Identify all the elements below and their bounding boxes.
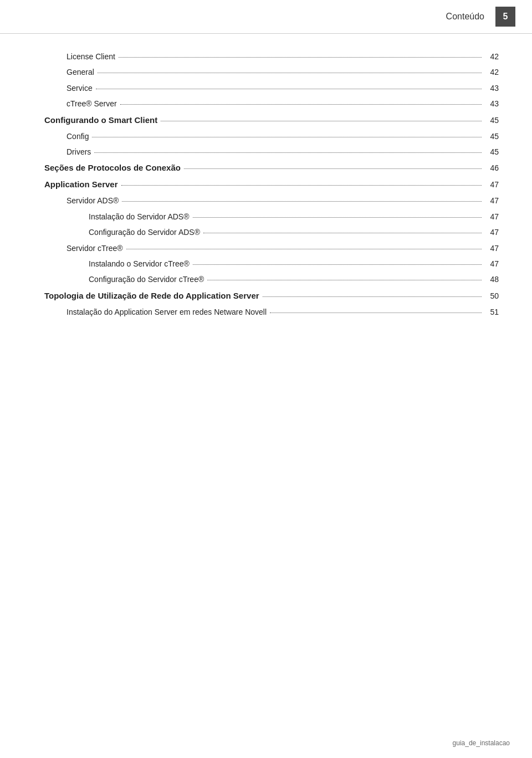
entry-label-license-client: License Client [66, 50, 115, 63]
entry-page-drivers: 45 [485, 146, 499, 158]
entry-page-instalando-servidor-ctree: 47 [485, 258, 499, 270]
entry-page-configurando-smart-client: 45 [485, 114, 499, 126]
page-footer: guia_de_instalacao [453, 739, 510, 747]
toc-entry-service: Service43 [44, 82, 499, 94]
toc-entry-servidor-ctree: Servidor cTree®47 [44, 242, 499, 254]
toc-entry-servidor-ads: Servidor ADS®47 [44, 194, 499, 207]
entry-page-configuracao-servidor-ads: 47 [485, 226, 499, 238]
entry-page-application-server: 47 [485, 178, 499, 191]
entry-dots-instalacao-servidor-ads [193, 217, 482, 218]
entry-page-configuracao-servidor-ctree: 48 [485, 273, 499, 285]
entry-page-license-client: 42 [485, 50, 499, 63]
toc-entry-license-client: License Client42 [44, 50, 499, 63]
entry-label-instalacao-servidor-ads: Instalação do Servidor ADS® [89, 211, 190, 223]
entry-dots-license-client [119, 57, 482, 58]
toc-entry-configurando-smart-client: Configurando o Smart Client45 [44, 114, 499, 127]
toc-entry-general: General42 [44, 66, 499, 78]
entry-dots-general [98, 73, 482, 73]
toc-entry-configuracao-servidor-ads: Configuração do Servidor ADS®47 [44, 226, 499, 238]
entry-dots-drivers [94, 152, 482, 153]
entry-page-instalacao-app-server-novell: 51 [485, 306, 499, 318]
entry-page-secoes-protocolos: 46 [485, 162, 499, 174]
entry-dots-servidor-ads [122, 201, 482, 202]
entry-label-servidor-ctree: Servidor cTree® [66, 242, 123, 254]
entry-page-general: 42 [485, 66, 499, 78]
footer-label: guia_de_instalacao [453, 739, 510, 747]
entry-page-config: 45 [485, 130, 499, 142]
entry-page-service: 43 [485, 82, 499, 94]
entry-label-drivers: Drivers [66, 146, 91, 158]
entry-label-topologia-utilizacao: Topologia de Utilização de Rede do Appli… [44, 289, 259, 303]
entry-dots-application-server [121, 185, 482, 186]
toc-entry-drivers: Drivers45 [44, 146, 499, 158]
header-title: Conteúdo [446, 12, 484, 22]
toc-entry-instalacao-servidor-ads: Instalação do Servidor ADS®47 [44, 211, 499, 223]
entry-label-config: Config [66, 130, 89, 142]
page-number-box: 5 [495, 7, 515, 27]
entry-label-application-server: Application Server [44, 178, 118, 191]
entry-dots-configurando-smart-client [161, 121, 482, 121]
toc-entry-application-server: Application Server47 [44, 178, 499, 191]
entry-label-servidor-ads: Servidor ADS® [66, 194, 119, 207]
entry-label-general: General [66, 66, 94, 78]
entry-label-service: Service [66, 82, 93, 94]
page-header: Conteúdo 5 [0, 0, 532, 34]
entry-page-ctree-server: 43 [485, 98, 499, 110]
toc-entry-config: Config45 [44, 130, 499, 142]
toc-entry-ctree-server: cTree® Server43 [44, 98, 499, 110]
toc-entry-configuracao-servidor-ctree: Configuração do Servidor cTree®48 [44, 273, 499, 285]
toc-entry-topologia-utilizacao: Topologia de Utilização de Rede do Appli… [44, 289, 499, 303]
entry-dots-instalacao-app-server-novell [270, 313, 482, 313]
entry-dots-ctree-server [120, 104, 482, 105]
entry-dots-configuracao-servidor-ctree [207, 280, 482, 280]
entry-dots-service [96, 89, 482, 89]
entry-dots-servidor-ctree [126, 249, 482, 249]
entry-label-secoes-protocolos: Seções de Protocolos de Conexão [44, 161, 181, 175]
toc-entry-instalando-servidor-ctree: Instalando o Servidor cTree®47 [44, 258, 499, 270]
toc-entry-instalacao-app-server-novell: Instalação do Application Server em rede… [44, 306, 499, 318]
entry-label-ctree-server: cTree® Server [66, 98, 117, 110]
entry-page-servidor-ads: 47 [485, 194, 499, 207]
entry-label-instalacao-app-server-novell: Instalação do Application Server em rede… [66, 306, 267, 318]
entry-label-configurando-smart-client: Configurando o Smart Client [44, 114, 157, 127]
toc-entry-secoes-protocolos: Seções de Protocolos de Conexão46 [44, 161, 499, 175]
entry-label-instalando-servidor-ctree: Instalando o Servidor cTree® [89, 258, 190, 270]
entry-dots-configuracao-servidor-ads [203, 233, 482, 233]
toc-container: License Client42General42Service43cTree®… [0, 34, 532, 338]
entry-dots-config [92, 137, 482, 137]
entry-label-configuracao-servidor-ctree: Configuração do Servidor cTree® [89, 273, 204, 285]
entry-label-configuracao-servidor-ads: Configuração do Servidor ADS® [89, 226, 200, 238]
entry-page-instalacao-servidor-ads: 47 [485, 211, 499, 223]
entry-page-topologia-utilizacao: 50 [485, 290, 499, 302]
entry-dots-instalando-servidor-ctree [193, 264, 482, 265]
entry-page-servidor-ctree: 47 [485, 242, 499, 254]
entry-dots-secoes-protocolos [184, 168, 482, 169]
entry-dots-topologia-utilizacao [263, 296, 482, 297]
